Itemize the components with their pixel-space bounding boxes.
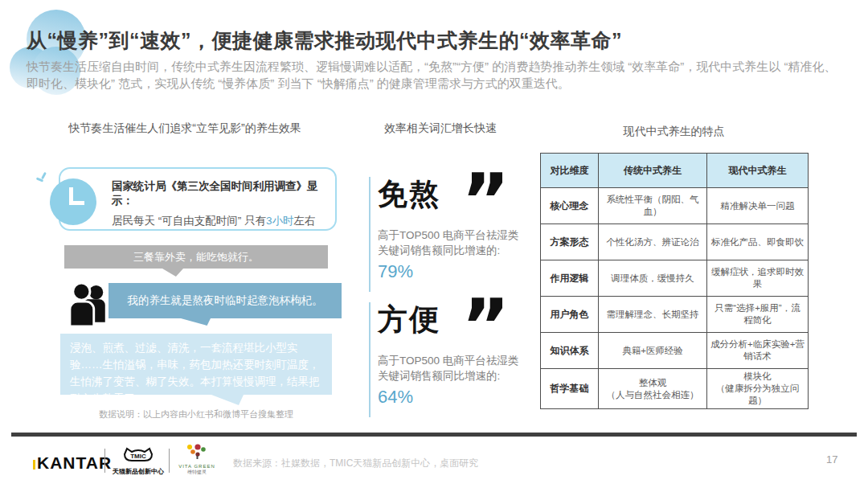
data-note: 数据说明：以上内容由小红书和微博平台搜集整理 (60, 408, 332, 420)
table-cell: 知识体系 (541, 333, 599, 369)
stat-value: 64% (378, 387, 530, 408)
survey-finding-prefix: 居民每天 “可自由支配时间” 只有 (112, 215, 266, 227)
spark-icon (41, 172, 47, 179)
table-cell: 缓解症状，追求即时效果 (707, 260, 809, 297)
page-title: 从“慢养”到“速效”，便捷健康需求推动现代中式养生的“效率革命” (27, 27, 830, 54)
vitagreen-logo: VITA GREEN 维特健灵 (178, 444, 215, 476)
page-subtitle: 快节奏生活压缩自由时间，传统中式养生因流程繁琐、逻辑慢调难以适配，“免熬”“方便… (27, 58, 841, 92)
table-cell: 只需“选择+服用”，流程简化 (707, 297, 809, 333)
quote-bubble-light: 浸泡、煎煮、过滤、清洗，一套流程堪比小型实验……生怕溢锅，串味，药包加热还要时刻… (60, 334, 332, 395)
tmic-logo: TMIC 天猫新品创新中心 (113, 445, 164, 476)
kantar-logo: KANTAR (37, 453, 112, 473)
table-cell: 需理解理念、长期坚持 (599, 297, 707, 333)
table-cell: 调理体质，缓慢持久 (599, 260, 707, 297)
vitagreen-sublabel: 维特健灵 (178, 469, 215, 476)
page-number: 17 (826, 453, 837, 465)
column-header: 现代中式养生 (707, 154, 809, 188)
footer: KANTAR TMIC 天猫新品创新中心 VITA GREEN 维特健灵 数据来… (0, 444, 868, 484)
quote-bubble-gray: 三餐靠外卖，能吃饱就行。 (64, 245, 328, 269)
quote-mark-icon: ” (461, 178, 510, 224)
table-row: 用户角色 需理解理念、长期坚持 只需“选择+服用”，流程简化 (541, 297, 809, 333)
column-header: 对比维度 (541, 154, 599, 188)
vitagreen-icon (186, 444, 207, 460)
table-row: 核心理念 系统性平衡（阴阳、气血） 精准解决单一问题 (541, 188, 809, 224)
middle-column-heading: 效率相关词汇增长快速 (360, 121, 521, 136)
quote-bubble-blue: 我的养生就是熬夜时临时起意泡杯枸杞。 (108, 283, 342, 318)
stat-block-fangbian: 方便 ” 高于TOP500 电商平台祛湿类关键词销售额同比增速的: 64% (369, 302, 530, 417)
stat-keyword: 方便 (378, 304, 440, 337)
table-cell: 典籍+医师经验 (599, 333, 707, 369)
table-row: 方案形态 个性化汤方、辨证论治 标准化产品、即食即饮 (541, 224, 809, 260)
logo-separator (104, 449, 105, 473)
footer-divider (11, 433, 857, 437)
clock-icon (50, 178, 96, 225)
table-cell: 成分分析+临床实验+营销话术 (707, 333, 809, 369)
table-cell: 方案形态 (541, 224, 599, 260)
table-cell: 个性化汤方、辨证论治 (599, 224, 707, 260)
logo-separator (169, 449, 170, 473)
svg-text:TMIC: TMIC (130, 453, 146, 460)
table-row: 作用逻辑 调理体质，缓慢持久 缓解症状，追求即时效果 (541, 260, 809, 297)
kantar-accent (33, 460, 35, 470)
survey-highlight: 3小时 (266, 215, 294, 227)
table-cell: 标准化产品、即食即饮 (707, 224, 809, 260)
stat-value: 79% (378, 261, 530, 282)
column-header: 传统中式养生 (599, 154, 707, 188)
kantar-wordmark: KANTAR (37, 453, 112, 472)
table-cell: 系统性平衡（阴阳、气血） (599, 188, 707, 224)
comparison-table: 对比维度 传统中式养生 现代中式养生 核心理念 系统性平衡（阴阳、气血） 精准解… (540, 153, 809, 409)
stat-block-mianao: 免熬 ” 高于TOP500 电商平台祛湿类关键词销售额同比增速的: 79% (369, 177, 530, 292)
table-cell: 作用逻辑 (541, 260, 599, 297)
data-source-text: 数据来源：社媒数据，TMIC天猫新品创新中心，桌面研究 (233, 457, 478, 470)
table-cell: 模块化 （健康拆分为独立问题） (707, 369, 809, 409)
table-row: 哲学基础 整体观 （人与自然社会相连） 模块化 （健康拆分为独立问题） (541, 369, 809, 409)
survey-finding: 居民每天 “可自由支配时间” 只有3小时左右 (112, 214, 333, 228)
tmall-cat-icon: TMIC (121, 445, 156, 463)
table-cell: 核心理念 (541, 188, 599, 224)
table-row: 知识体系 典籍+医师经验 成分分析+临床实验+营销话术 (541, 333, 809, 369)
people-icon (68, 282, 108, 327)
table-cell: 哲学基础 (541, 369, 599, 409)
stat-keyword: 免熬 (378, 178, 440, 211)
table-header-row: 对比维度 传统中式养生 现代中式养生 (541, 154, 809, 188)
table-cell: 用户角色 (541, 297, 599, 333)
table-cell: 整体观 （人与自然社会相连） (599, 369, 707, 409)
left-column-heading: 快节奏生活催生人们追求“立竿见影”的养生效果 (32, 121, 338, 136)
survey-title: 国家统计局《第三次全国时间利用调查》显示： (112, 179, 333, 208)
quote-mark-icon: ” (461, 304, 510, 350)
table-cell: 精准解决单一问题 (707, 188, 809, 224)
table-heading: 现代中式养生的特点 (540, 125, 808, 139)
survey-finding-suffix: 左右 (294, 215, 316, 227)
survey-card: 国家统计局《第三次全国时间利用调查》显示： 居民每天 “可自由支配时间” 只有3… (59, 167, 337, 231)
slide: 从“慢养”到“速效”，便捷健康需求推动现代中式养生的“效率革命” 快节奏生活压缩… (0, 0, 868, 488)
tmic-label: 天猫新品创新中心 (113, 467, 164, 476)
